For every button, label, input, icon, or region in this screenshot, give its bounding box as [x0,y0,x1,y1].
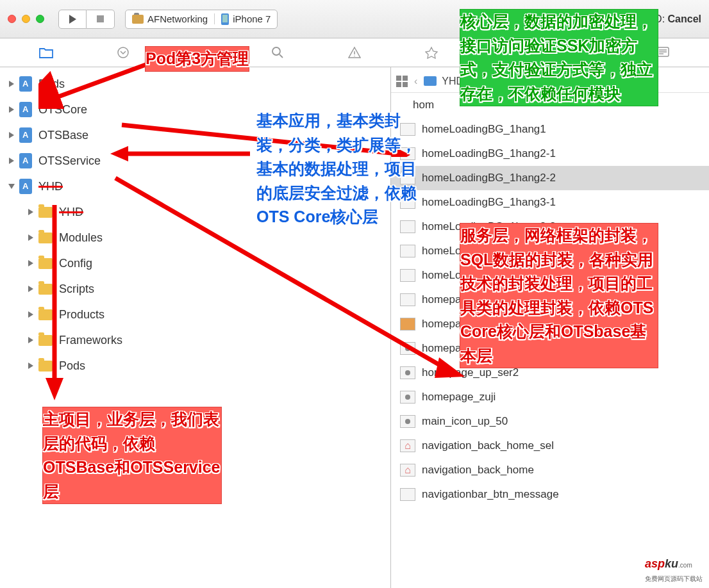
nav-item-pods[interactable]: Pods [0,353,390,379]
nav-item-frameworks[interactable]: Frameworks [0,327,390,353]
hom-label: hom [413,99,434,111]
nav-item-label: OTSCore [38,103,87,117]
nav-item-label: Products [59,308,104,322]
play-icon [69,15,76,24]
asset-row[interactable]: navigation_back_home_sel [391,434,709,458]
disclosure-triangle-icon[interactable] [28,209,33,215]
asset-thumbnail-icon [400,415,415,428]
project-icon [19,127,32,143]
tab-debug[interactable] [499,43,518,62]
asset-name: homeLoadingCategoryBG [422,269,548,282]
folder-icon [38,284,53,295]
asset-row[interactable]: homepage_arrow_ci... [391,288,709,312]
asset-row[interactable]: main_icon_up_50 [391,409,709,434]
nav-item-config[interactable]: Config [0,250,390,276]
nav-item-products[interactable]: Products [0,302,390,327]
project-icon [19,179,32,194]
stop-icon [97,15,104,22]
jump-bar[interactable]: ‹ YHD › YHD › Assets [391,70,709,93]
tab-breakpoints[interactable] [576,43,596,62]
folder-icon [474,76,487,86]
asset-name: homeLoadingBG_1hang2-1 [422,147,556,160]
nav-item-label: OTSBase [38,129,88,142]
disclosure-triangle-icon[interactable] [9,106,14,113]
asset-thumbnail-icon [400,342,415,355]
chevron-right-icon: › [467,76,471,87]
asset-row[interactable]: homepage_up_ser [391,336,709,361]
tab-issues[interactable] [345,43,364,62]
disclosure-triangle-icon[interactable] [28,363,33,369]
project-navigator[interactable]: PodsOTSCoreOTSBaseOTSServiceYHDYHDModule… [0,67,391,588]
asset-thumbnail-icon [400,464,415,477]
folder-icon [38,361,53,372]
nav-item-modules[interactable]: Modules [0,225,390,250]
activity-status: D: Cancel [655,13,701,25]
nav-item-label: Config [59,257,92,270]
asset-catalog-panel: ‹ YHD › YHD › Assets hom homeLoadingBG_1… [391,67,709,588]
minimize-window-button[interactable] [22,15,30,23]
close-window-button[interactable] [8,15,16,23]
disclosure-triangle-icon[interactable] [28,337,33,343]
nav-item-yhd[interactable]: YHD [0,174,390,199]
back-chevron-icon[interactable]: ‹ [414,76,417,87]
tab-source-control[interactable] [113,43,133,62]
asset-name: homeLoadingBG_1hang3-3 [422,245,556,257]
nav-item-yhd[interactable]: YHD [0,199,390,225]
asset-row[interactable]: homeLoadingBG_1hang3-3 [391,239,709,263]
nav-item-otsbase[interactable]: OTSBase [0,122,390,148]
asset-name: main_icon_up_50 [422,415,508,428]
nav-item-otscore[interactable]: OTSCore [0,97,390,122]
asset-thumbnail-icon [400,172,415,184]
disclosure-triangle-icon[interactable] [28,311,33,318]
svg-point-0 [118,47,128,58]
asset-row[interactable]: homepage_up_ser2 [391,361,709,385]
asset-row[interactable]: homeLoadingBG_1hang1 [391,117,709,142]
asset-row[interactable]: homeLoadingBG_1hang3-2 [391,215,709,239]
asset-thumbnail-icon [400,220,415,233]
scheme-selector[interactable]: AFNetworking iPhone 7 [125,10,278,29]
asset-name: navigationbar_btn_message [422,488,559,501]
asset-row[interactable]: homeLoadingBG_1hang3-1 [391,190,709,215]
tab-folder[interactable] [37,43,56,62]
tab-tests[interactable] [422,43,441,62]
related-items-icon[interactable] [396,76,408,87]
asset-row[interactable]: navigationbar_btn_message [391,482,709,507]
nav-item-scripts[interactable]: Scripts [0,276,390,302]
asset-row[interactable]: homeLoadingBG_1hang2-2 [391,166,709,190]
asset-row[interactable]: homeLoadingCategoryBG [391,263,709,288]
disclosure-triangle-icon[interactable] [8,184,15,189]
nav-item-label: Frameworks [59,334,122,347]
disclosure-triangle-icon[interactable] [28,234,33,241]
project-icon [19,153,32,168]
svg-rect-3 [199,54,203,58]
asset-row[interactable]: homeLoadingBG_1hang2-1 [391,142,709,166]
asset-name: homepage_zuji [422,391,496,404]
disclosure-triangle-icon[interactable] [28,260,33,266]
asset-row[interactable]: homepage_zuji [391,385,709,409]
asset-row[interactable]: homepage_searchbar [391,312,709,336]
tab-find[interactable] [268,43,287,62]
asset-name: homepage_up_ser [422,342,513,355]
asset-thumbnail-icon [400,488,415,501]
folder-icon [38,207,53,218]
disclosure-triangle-icon[interactable] [9,158,14,164]
tab-symbols[interactable] [191,43,210,62]
tab-reports[interactable] [653,43,672,62]
nav-item-label: OTSService [38,154,101,168]
svg-point-4 [272,47,280,55]
run-button[interactable] [58,10,87,29]
disclosure-triangle-icon[interactable] [9,81,14,87]
stop-button[interactable] [87,10,115,29]
disclosure-triangle-icon[interactable] [28,286,33,292]
nav-item-otsservice[interactable]: OTSService [0,148,390,174]
chevron-right-icon: › [518,76,521,87]
folder-icon [38,233,53,243]
disclosure-triangle-icon[interactable] [9,132,14,138]
zoom-window-button[interactable] [36,15,44,23]
svg-rect-1 [196,47,200,51]
asset-row[interactable]: hom [391,93,709,117]
asset-row[interactable]: navigation_back_home [391,458,709,482]
folder-icon [38,309,53,320]
svg-rect-2 [201,47,205,51]
nav-item-pods[interactable]: Pods [0,71,390,97]
